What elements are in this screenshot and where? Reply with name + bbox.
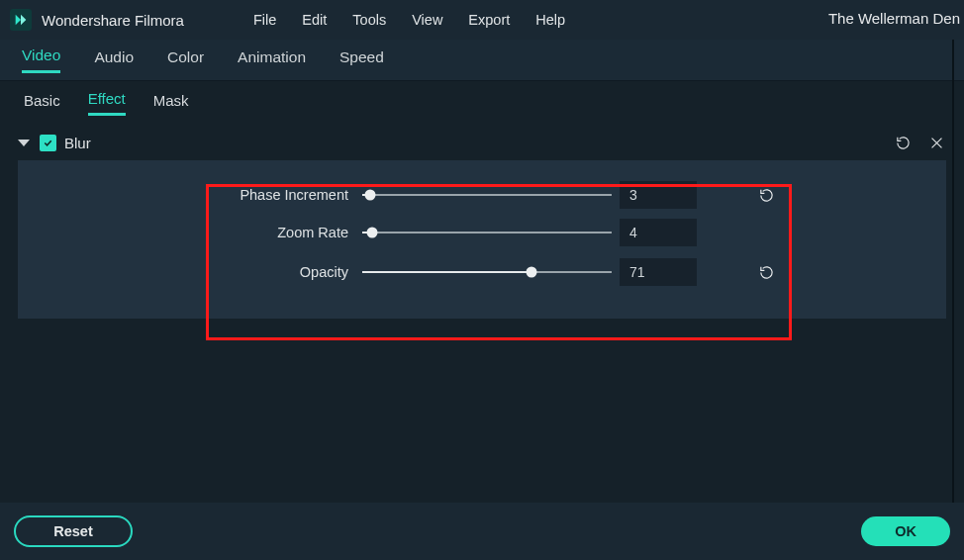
secondary-tabs: Basic Effect Mask — [0, 81, 964, 125]
param-label: Opacity — [18, 264, 362, 280]
tab-color[interactable]: Color — [167, 48, 204, 72]
footer: Reset OK — [0, 503, 964, 560]
zoom-rate-slider[interactable] — [362, 223, 612, 242]
project-title: The Wellerman Den — [828, 10, 964, 27]
phase-increment-input[interactable] — [620, 181, 697, 209]
app-logo-icon — [10, 9, 32, 31]
reset-icon[interactable] — [756, 185, 776, 205]
param-zoom-rate: Zoom Rate — [18, 212, 946, 251]
menu-help[interactable]: Help — [535, 12, 565, 28]
tab-audio[interactable]: Audio — [94, 48, 134, 72]
subtab-basic[interactable]: Basic — [24, 92, 60, 115]
tab-speed[interactable]: Speed — [339, 48, 384, 72]
menu-tools[interactable]: Tools — [352, 12, 386, 28]
menu-items: File Edit Tools View Export Help — [253, 12, 565, 28]
close-icon[interactable] — [926, 133, 946, 152]
tab-animation[interactable]: Animation — [238, 48, 306, 72]
content-area: Phase Increment Zoom Rate Opacity — [0, 160, 964, 513]
section-reset-icon[interactable] — [893, 133, 913, 152]
param-label: Zoom Rate — [18, 225, 362, 240]
opacity-slider[interactable] — [362, 262, 612, 282]
opacity-input[interactable] — [620, 258, 697, 286]
zoom-rate-input[interactable] — [620, 219, 697, 246]
disclosure-triangle-icon[interactable] — [18, 140, 30, 146]
menu-file[interactable]: File — [253, 12, 276, 28]
subtab-mask[interactable]: Mask — [153, 92, 189, 115]
param-label: Phase Increment — [18, 187, 362, 203]
ok-button[interactable]: OK — [861, 516, 950, 546]
reset-icon[interactable] — [756, 262, 776, 282]
effect-panel: Phase Increment Zoom Rate Opacity — [18, 160, 946, 319]
section-checkbox[interactable] — [40, 135, 56, 151]
section-label: Blur — [64, 135, 91, 151]
reset-button[interactable]: Reset — [14, 515, 133, 547]
section-header: Blur — [0, 125, 964, 160]
subtab-effect[interactable]: Effect — [88, 90, 126, 116]
param-phase-increment: Phase Increment — [18, 160, 946, 212]
menu-view[interactable]: View — [412, 12, 442, 28]
app-name: Wondershare Filmora — [42, 12, 184, 29]
panel-divider[interactable] — [952, 40, 954, 503]
tab-video[interactable]: Video — [22, 47, 60, 73]
primary-tabs: Video Audio Color Animation Speed — [0, 40, 964, 81]
menu-edit[interactable]: Edit — [302, 12, 327, 28]
phase-increment-slider[interactable] — [362, 185, 612, 205]
menubar: Wondershare Filmora File Edit Tools View… — [0, 0, 964, 40]
menu-export[interactable]: Export — [468, 12, 510, 28]
param-opacity: Opacity — [18, 251, 946, 291]
